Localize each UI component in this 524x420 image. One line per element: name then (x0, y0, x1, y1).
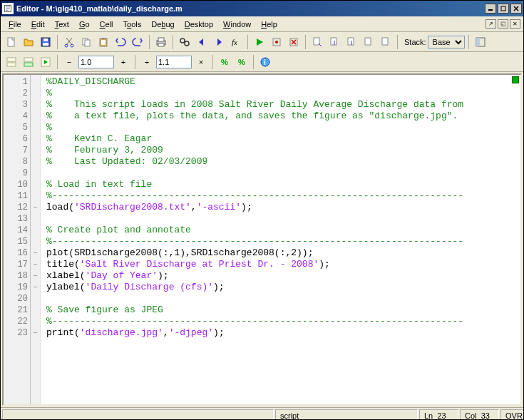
dock-button[interactable] (473, 34, 488, 50)
code-analyzer-indicator[interactable] (512, 76, 519, 83)
step-out-button[interactable] (344, 34, 359, 50)
print-button[interactable] (153, 34, 169, 50)
toolbar-cell: − + ÷ × % % i (1, 52, 523, 72)
statusbar: script Ln 23 Col 33 OVR (1, 407, 523, 420)
svg-rect-26 (331, 38, 337, 45)
maximize-button[interactable] (498, 4, 509, 14)
svg-point-19 (180, 39, 185, 43)
svg-rect-2 (501, 6, 505, 11)
breakpoint-column[interactable]: −−−−−− (31, 75, 41, 404)
nav-forward-button[interactable] (211, 34, 227, 50)
run-button[interactable] (252, 34, 267, 50)
window-title: Editor - M:\glg410_matlab\daily_discharg… (16, 4, 485, 13)
menu-file[interactable]: File (4, 19, 26, 30)
nav-back-button[interactable] (194, 34, 210, 50)
svg-text:fx: fx (232, 38, 237, 46)
status-file-type: script (275, 409, 418, 421)
increment-value-1[interactable] (78, 56, 114, 68)
undo-button[interactable] (113, 34, 128, 50)
menu-desktop[interactable]: Desktop (180, 19, 218, 30)
step-in-button[interactable] (327, 34, 342, 50)
toolbar-main: fx Stack: Base (1, 32, 523, 52)
insert-cell-break-button[interactable]: % (234, 54, 250, 70)
code-text-area[interactable]: %DAILY_DISCHARGE%% This script loads in … (41, 75, 520, 404)
svg-rect-31 (476, 38, 480, 46)
stack-label: Stack: (404, 38, 426, 46)
menu-tools[interactable]: Tools (118, 19, 147, 30)
status-line: Ln 23 (419, 409, 458, 421)
close-button[interactable] (510, 4, 522, 14)
doc-restore-button[interactable]: ◱ (498, 19, 508, 29)
minimize-button[interactable] (485, 4, 496, 14)
copy-button[interactable] (78, 34, 94, 50)
divide-button[interactable]: ÷ (139, 54, 155, 70)
doc-dock-button[interactable]: ↗ (486, 19, 496, 29)
new-file-button[interactable] (4, 34, 19, 50)
menu-text[interactable]: Text (50, 19, 74, 30)
exit-debug-button[interactable] (378, 34, 394, 50)
titlebar: Editor - M:\glg410_matlab\daily_discharg… (1, 1, 523, 16)
find-button[interactable] (177, 34, 192, 50)
svg-point-20 (185, 41, 189, 46)
svg-rect-32 (7, 58, 16, 61)
insert-cell-divider-button[interactable]: % (217, 54, 232, 70)
stack-select[interactable]: Base (428, 36, 465, 48)
svg-rect-12 (85, 40, 90, 46)
svg-rect-35 (24, 63, 33, 66)
svg-rect-34 (24, 58, 33, 61)
menu-help[interactable]: Help (256, 19, 282, 30)
svg-rect-33 (7, 63, 16, 66)
eval-cell-button[interactable] (21, 54, 36, 70)
breakpoint-button[interactable] (286, 34, 302, 50)
svg-rect-28 (365, 38, 371, 45)
svg-rect-18 (158, 43, 164, 46)
svg-rect-27 (348, 38, 354, 45)
svg-rect-17 (158, 38, 164, 41)
show-cell-titles-button[interactable]: i (257, 54, 273, 70)
svg-rect-29 (382, 38, 388, 45)
menu-go[interactable]: Go (74, 19, 95, 30)
status-ovr: OVR (500, 409, 523, 421)
menu-edit[interactable]: Edit (26, 19, 50, 30)
open-file-button[interactable] (21, 34, 36, 50)
menu-window[interactable]: Window (218, 19, 256, 30)
menu-cell[interactable]: Cell (95, 19, 118, 30)
menubar: File Edit Text Go Cell Tools Debug Deskt… (1, 16, 523, 32)
doc-close-button[interactable]: ✕ (510, 19, 520, 29)
increment-value-2[interactable] (156, 56, 192, 68)
app-icon (2, 3, 14, 14)
menu-debug[interactable]: Debug (146, 19, 179, 30)
step-button[interactable] (309, 34, 325, 50)
cut-button[interactable] (61, 34, 77, 50)
save-button[interactable] (38, 34, 53, 50)
line-number-gutter: 1234567891011121314151617181920212223 (4, 75, 31, 404)
eval-function-button[interactable]: fx (228, 34, 244, 50)
svg-rect-14 (101, 40, 106, 45)
status-col: Col 33 (460, 409, 499, 421)
decrement-button[interactable]: − (61, 54, 77, 70)
svg-point-23 (275, 41, 278, 43)
run-advance-button[interactable] (269, 34, 284, 50)
svg-rect-8 (43, 39, 48, 41)
svg-rect-7 (43, 43, 48, 46)
multiply-button[interactable]: × (193, 54, 209, 70)
increment-button[interactable]: + (115, 54, 131, 70)
redo-button[interactable] (130, 34, 145, 50)
continue-button[interactable] (361, 34, 376, 50)
paste-button[interactable] (96, 34, 111, 50)
svg-text:i: i (264, 58, 266, 66)
eval-cell-advance-button[interactable] (38, 54, 53, 70)
editor-area: 1234567891011121314151617181920212223 −−… (2, 73, 522, 406)
svg-rect-15 (102, 38, 105, 39)
svg-rect-5 (8, 38, 14, 46)
cell-mode-button[interactable] (4, 54, 19, 70)
